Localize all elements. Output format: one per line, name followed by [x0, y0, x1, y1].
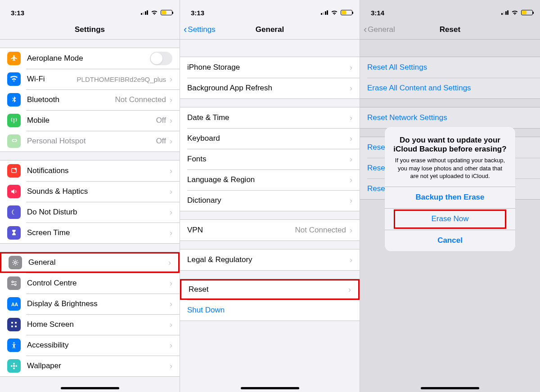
chevron-right-icon: › [170, 75, 172, 84]
svg-point-12 [13, 363, 15, 365]
chevron-right-icon: › [350, 175, 352, 185]
value: PLDTHOMEFIBRd2e9Q_plus [77, 76, 166, 83]
row-display-brightness[interactable]: AA Display & Brightness › [0, 294, 180, 314]
bell-icon [7, 164, 21, 178]
label: Wi-Fi [27, 75, 77, 84]
svg-point-14 [11, 365, 13, 367]
label: Wallpaper [27, 361, 170, 370]
chevron-right-icon: › [350, 155, 352, 164]
label: Sounds & Haptics [27, 187, 170, 196]
hourglass-icon [7, 226, 21, 240]
row-general[interactable]: General › [0, 252, 180, 273]
svg-point-15 [15, 365, 17, 367]
accessibility-icon [7, 339, 21, 352]
row-background-app-refresh[interactable]: Background App Refresh› [180, 78, 360, 98]
row-aeroplane-mode[interactable]: Aeroplane Mode [0, 48, 180, 69]
row-sounds-haptics[interactable]: Sounds & Haptics › [0, 181, 180, 202]
svg-text:AA: AA [11, 302, 18, 307]
back-button[interactable]: ‹Settings [184, 25, 216, 35]
label: Accessibility [27, 341, 170, 350]
row-vpn[interactable]: VPNNot Connected› [180, 220, 360, 241]
label: Display & Brightness [27, 299, 170, 308]
toggle[interactable] [150, 52, 172, 65]
svg-rect-9 [15, 325, 17, 327]
svg-rect-6 [11, 322, 13, 324]
chevron-right-icon: › [348, 285, 351, 294]
svg-point-11 [13, 365, 15, 367]
row-bluetooth[interactable]: Bluetooth Not Connected › [0, 89, 180, 110]
cancel-button[interactable]: Cancel [385, 230, 515, 251]
row-fonts[interactable]: Fonts› [180, 149, 360, 169]
label: Mobile [27, 116, 156, 125]
airplane-icon [7, 52, 21, 65]
home-indicator[interactable] [421, 387, 479, 389]
chevron-right-icon: › [350, 63, 352, 72]
row-keyboard[interactable]: Keyboard› [180, 128, 360, 149]
page-title: Settings [0, 25, 180, 34]
label: Personal Hotspot [27, 137, 156, 146]
row-reset-all-settings: Reset All Settings [360, 57, 540, 78]
svg-point-1 [15, 168, 17, 170]
row-home-screen[interactable]: Home Screen › [0, 314, 180, 335]
battery-icon [161, 10, 172, 15]
backup-then-erase-button[interactable]: Backup then Erase [385, 187, 515, 208]
chevron-right-icon: › [350, 84, 352, 93]
row-date-time[interactable]: Date & Time› [180, 107, 360, 128]
row-shut-down[interactable]: Shut Down [180, 300, 360, 321]
svg-point-4 [14, 284, 16, 285]
row-wifi[interactable]: Wi-Fi PLDTHOMEFIBRd2e9Q_plus › [0, 69, 180, 89]
label: General [28, 258, 168, 267]
alert-title: Do you want to update your iCloud Backup… [393, 136, 507, 154]
status-bar: 3:13 [180, 0, 360, 20]
row-personal-hotspot[interactable]: Personal Hotspot Off › [0, 131, 180, 151]
chevron-right-icon: › [350, 226, 352, 235]
row-notifications[interactable]: Notifications › [0, 160, 180, 181]
chevron-left-icon: ‹ [184, 25, 187, 35]
svg-point-2 [14, 262, 17, 264]
settings-list[interactable]: Aeroplane Mode Wi-Fi PLDTHOMEFIBRd2e9Q_p… [0, 40, 180, 392]
gear-icon [9, 256, 22, 269]
grid-icon [7, 318, 21, 331]
chevron-right-icon: › [170, 361, 172, 371]
row-reset-network: Reset Network Settings [360, 107, 540, 128]
row-erase-all-content: Erase All Content and Settings [360, 78, 540, 98]
chevron-right-icon: › [170, 187, 172, 196]
row-screen-time[interactable]: Screen Time › [0, 223, 180, 243]
row-control-centre[interactable]: Control Centre › [0, 273, 180, 294]
value: Off [156, 116, 166, 125]
row-language-region[interactable]: Language & Region› [180, 169, 360, 190]
chevron-right-icon: › [170, 320, 172, 330]
home-indicator[interactable] [241, 387, 299, 389]
speaker-icon [7, 185, 21, 198]
label: Home Screen [27, 320, 170, 329]
row-iphone-storage[interactable]: iPhone Storage› [180, 57, 360, 78]
chevron-right-icon: › [170, 341, 172, 350]
status-time: 3:13 [11, 9, 24, 17]
general-list[interactable]: iPhone Storage› Background App Refresh› … [180, 40, 360, 392]
home-indicator[interactable] [61, 387, 119, 389]
chevron-right-icon: › [350, 255, 352, 265]
cellular-signal-icon [501, 10, 509, 15]
status-time: 3:14 [371, 9, 384, 17]
wifi-icon [151, 10, 158, 15]
back-button: ‹General [364, 25, 395, 35]
chevron-right-icon: › [350, 113, 352, 123]
row-mobile[interactable]: Mobile Off › [0, 110, 180, 131]
chevron-right-icon: › [170, 228, 172, 238]
chevron-right-icon: › [170, 208, 172, 217]
battery-icon [521, 10, 533, 15]
link-icon [7, 134, 21, 148]
cellular-signal-icon [321, 10, 328, 15]
row-accessibility[interactable]: Accessibility › [0, 335, 180, 356]
label: Notifications [27, 166, 170, 175]
nav-bar: Settings [0, 20, 180, 40]
value: Not Connected [115, 95, 166, 104]
row-do-not-disturb[interactable]: Do Not Disturb › [0, 202, 180, 223]
row-reset[interactable]: Reset› [180, 279, 360, 300]
erase-now-button[interactable]: Erase Now [385, 208, 515, 230]
text-size-icon: AA [7, 297, 21, 311]
row-legal-regulatory[interactable]: Legal & Regulatory› [180, 249, 360, 270]
chevron-left-icon: ‹ [364, 25, 367, 35]
row-dictionary[interactable]: Dictionary› [180, 190, 360, 211]
row-wallpaper[interactable]: Wallpaper › [0, 356, 180, 376]
